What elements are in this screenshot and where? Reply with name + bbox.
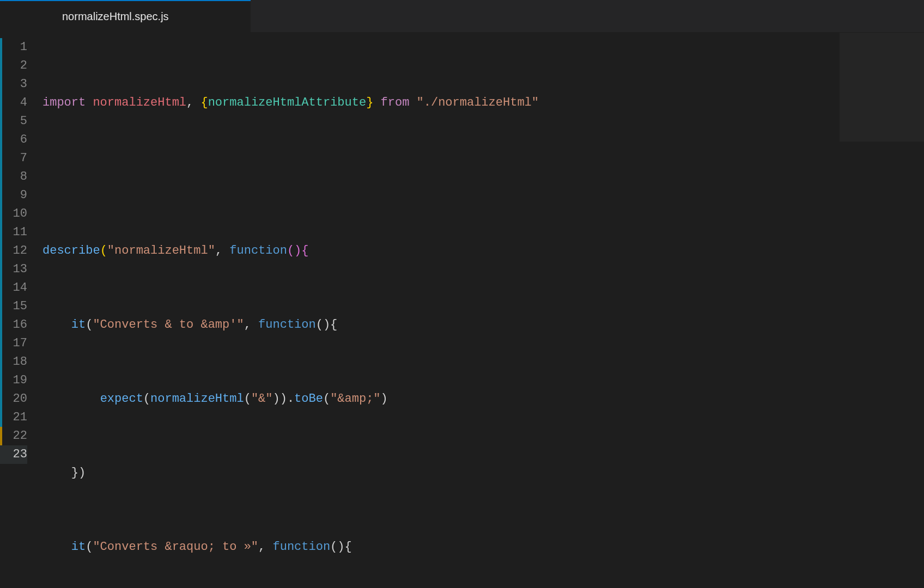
tab-bar: normalizeHtml.spec.js — [0, 0, 924, 33]
code-line[interactable]: expect(normalizeHtml("&")).toBe("&amp;") — [42, 390, 924, 408]
code-content[interactable]: import normalizeHtml, {normalizeHtmlAttr… — [42, 33, 924, 588]
code-line[interactable]: }) — [42, 464, 924, 482]
code-line[interactable]: describe("normalizeHtml", function(){ — [42, 242, 924, 260]
code-line[interactable]: it("Converts &raquo; to »", function(){ — [42, 538, 924, 556]
tab-active[interactable]: normalizeHtml.spec.js — [0, 0, 251, 32]
tab-filename: normalizeHtml.spec.js — [62, 10, 169, 23]
minimap-slider[interactable] — [840, 33, 924, 142]
line-number-gutter: 1 2 3 4 5 6 7 8 9 10 11 12 13 14 15 16 1… — [0, 33, 42, 588]
code-line[interactable] — [42, 168, 924, 186]
code-line[interactable]: import normalizeHtml, {normalizeHtmlAttr… — [42, 94, 924, 112]
editor[interactable]: 1 2 3 4 5 6 7 8 9 10 11 12 13 14 15 16 1… — [0, 33, 924, 588]
minimap[interactable] — [840, 33, 924, 588]
gutter-modification-bar-changed — [0, 427, 2, 445]
gutter-modification-bar — [0, 38, 2, 427]
code-line[interactable]: it("Converts & to &amp'", function(){ — [42, 316, 924, 334]
